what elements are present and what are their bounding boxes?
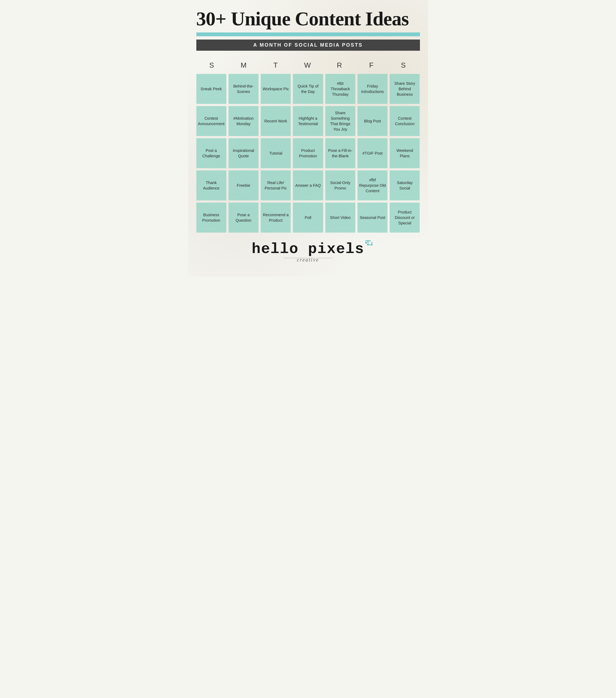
cell-recommend-product: Recommend a Product bbox=[261, 203, 291, 233]
page-wrapper: 30+ Unique Content Ideas A Month of Soci… bbox=[188, 0, 428, 277]
day-header-s1: S bbox=[196, 59, 228, 72]
day-header-r: R bbox=[324, 59, 356, 72]
main-title: 30+ Unique Content Ideas bbox=[196, 8, 420, 30]
cell-share-joy: Share Something That Brings You Joy bbox=[325, 106, 355, 136]
cell-freebie: Freebie bbox=[228, 170, 258, 200]
calendar-row-3: Post a Challenge Inspirational Quote Tut… bbox=[196, 138, 420, 168]
cell-motivation-monday: #Motivation Monday bbox=[228, 106, 258, 136]
cell-social-only-promo: Social-Only Promo bbox=[325, 170, 355, 200]
cell-blog-post: Blog Post bbox=[358, 106, 388, 136]
cell-contest-announcement: Contest Announcement bbox=[196, 106, 226, 136]
footer: hello pixels bbox=[196, 241, 420, 266]
calendar: S M T W R F S Sneak Peek Behind-the-Scen… bbox=[196, 59, 420, 233]
cell-short-video: Short Video bbox=[325, 203, 355, 233]
cell-fbf: #fbf Repurpose Old Content bbox=[358, 170, 388, 200]
day-header-s2: S bbox=[388, 59, 420, 72]
cell-pose-question: Pose a Question bbox=[228, 203, 258, 233]
logo-hello-pixels: hello pixels bbox=[252, 241, 364, 257]
cell-tutorial: Tutorial bbox=[261, 138, 291, 168]
teal-divider bbox=[196, 32, 420, 36]
cell-inspirational-quote: Inspirational Quote bbox=[228, 138, 258, 168]
day-header-f: F bbox=[356, 59, 388, 72]
cell-answer-faq: Answer a FAQ bbox=[293, 170, 323, 200]
cell-poll: Poll bbox=[293, 203, 323, 233]
pixel-decoration bbox=[365, 240, 373, 246]
cell-tgif: #TGIF Post bbox=[358, 138, 388, 168]
cell-recent-work: Recent Work bbox=[261, 106, 291, 136]
logo-creative: creative bbox=[297, 257, 319, 263]
cell-contest-conclusion: Contest Conclusion bbox=[390, 106, 420, 136]
subtitle-band: A Month of Social Media Posts bbox=[196, 40, 420, 51]
cell-post-challenge: Post a Challenge bbox=[196, 138, 226, 168]
cell-sneak-peek: Sneak Peek bbox=[196, 74, 226, 104]
cell-friday-intro: Friday Introductions bbox=[358, 74, 388, 104]
cell-real-life-pic: Real Life/ Personal Pic bbox=[261, 170, 291, 200]
calendar-row-4: Thank Audience Freebie Real Life/ Person… bbox=[196, 170, 420, 200]
calendar-row-1: Sneak Peek Behind-the-Scenes Workspace P… bbox=[196, 74, 420, 104]
cell-weekend-plans: Weekend Plans bbox=[390, 138, 420, 168]
cell-product-promotion: Product Promotion bbox=[293, 138, 323, 168]
day-header-t1: T bbox=[260, 59, 292, 72]
main-content: 30+ Unique Content Ideas A Month of Soci… bbox=[188, 0, 428, 277]
calendar-row-5: Business Promotion Pose a Question Recom… bbox=[196, 203, 420, 233]
calendar-row-2: Contest Announcement #Motivation Monday … bbox=[196, 106, 420, 136]
day-headers-row: S M T W R F S bbox=[196, 59, 420, 72]
cell-fill-blank: Pose a Fill-in-the-Blank bbox=[325, 138, 355, 168]
cell-testimonial: Highlight a Testimonial bbox=[293, 106, 323, 136]
cell-thank-audience: Thank Audience bbox=[196, 170, 226, 200]
cell-share-story: Share Story Behind Business bbox=[390, 74, 420, 104]
cell-behind-scenes: Behind-the-Scenes bbox=[228, 74, 258, 104]
cell-business-promotion: Business Promotion bbox=[196, 203, 226, 233]
cell-saturday-social: Saturday Social bbox=[390, 170, 420, 200]
cell-workspace-pic: Workspace Pic bbox=[261, 74, 291, 104]
day-header-w: W bbox=[292, 59, 324, 72]
cell-quick-tip: Quick Tip of the Day bbox=[293, 74, 323, 104]
day-header-m: M bbox=[228, 59, 260, 72]
cell-product-discount: Product Discount or Special bbox=[390, 203, 420, 233]
subtitle-text: A Month of Social Media Posts bbox=[253, 42, 363, 48]
cell-seasonal-post: Seasonal Post bbox=[358, 203, 388, 233]
cell-tbt: #tbt Throwback Thursday bbox=[325, 74, 355, 104]
